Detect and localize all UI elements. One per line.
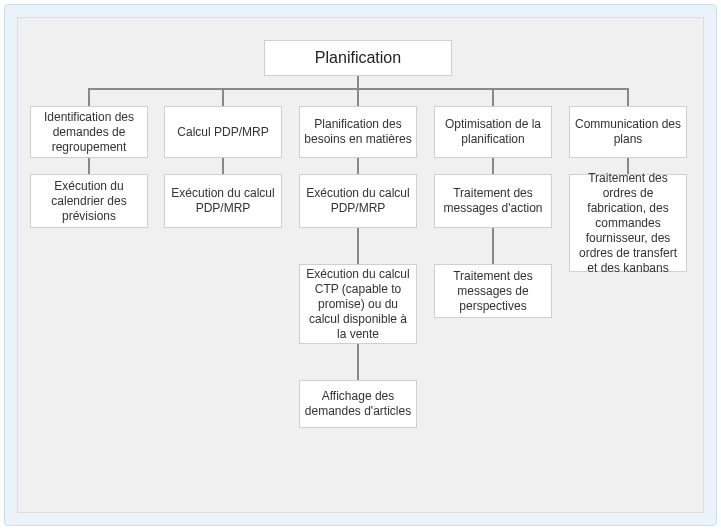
connector: [88, 158, 90, 174]
diagram-canvas: Planification Identification des demande…: [17, 17, 704, 513]
col3-head: Planification des besoins en matières: [299, 106, 417, 158]
col5-head: Communication des plans: [569, 106, 687, 158]
col5-item1: Traitement des ordres de fabrication, de…: [569, 174, 687, 272]
connector: [357, 344, 359, 380]
col4-head: Optimisation de la planification: [434, 106, 552, 158]
connector: [357, 158, 359, 174]
col2-item1: Exécution du calcul PDP/MRP: [164, 174, 282, 228]
connector: [627, 88, 629, 106]
connector: [88, 88, 90, 106]
connector: [357, 228, 359, 264]
connector: [357, 88, 359, 106]
col2-head: Calcul PDP/MRP: [164, 106, 282, 158]
root-node: Planification: [264, 40, 452, 76]
connector: [222, 158, 224, 174]
connector: [492, 88, 494, 106]
connector: [492, 158, 494, 174]
col3-item2: Exécution du calcul CTP (capable to prom…: [299, 264, 417, 344]
connector: [222, 88, 224, 106]
col4-item1: Traitement des messages d'action: [434, 174, 552, 228]
col1-item1: Exécution du calendrier des prévisions: [30, 174, 148, 228]
col1-head: Identification des demandes de regroupem…: [30, 106, 148, 158]
diagram-frame: Planification Identification des demande…: [4, 4, 717, 526]
col3-item1: Exécution du calcul PDP/MRP: [299, 174, 417, 228]
col4-item2: Traitement des messages de perspectives: [434, 264, 552, 318]
connector: [492, 228, 494, 264]
connector: [357, 76, 359, 88]
col3-item3: Affichage des demandes d'articles: [299, 380, 417, 428]
